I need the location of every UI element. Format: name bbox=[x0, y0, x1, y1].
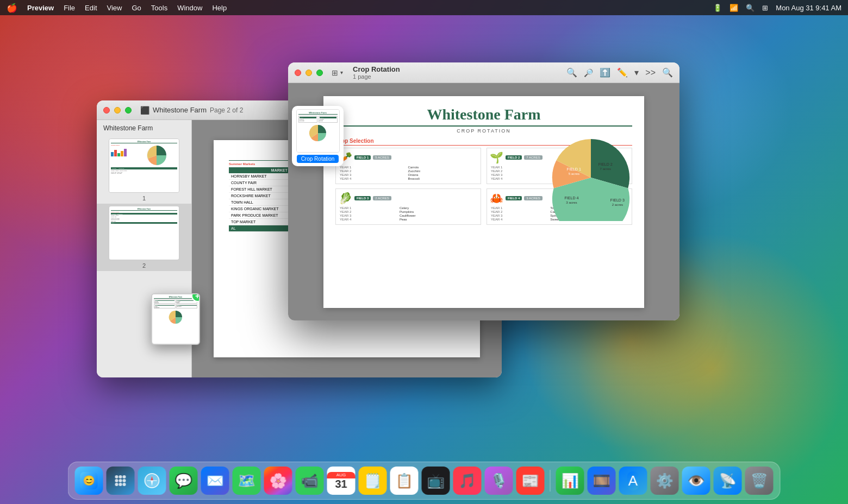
svg-point-5 bbox=[115, 475, 119, 478]
field3-header: 🥬 FIELD 3 2 ACRES bbox=[339, 192, 478, 205]
dragged-thumbnail[interactable]: + Whitestone Farm FIELD 1CarrotsZucchini… bbox=[151, 293, 200, 345]
field4-acres: 3 ACRES bbox=[524, 196, 542, 200]
menu-edit[interactable]: Edit bbox=[85, 4, 97, 12]
dock-appletv[interactable]: 📺 bbox=[422, 467, 450, 495]
chart-label-field4-acres: 3 acres bbox=[566, 200, 577, 204]
menubar: 🍎 Preview File Edit View Go Tools Window… bbox=[0, 0, 848, 15]
field1-header: 🥕 FIELD 1 5 ACRES bbox=[339, 151, 478, 164]
dock-calendar[interactable]: AUG 31 bbox=[327, 467, 356, 495]
page-thumbnail-2: Whitestone Farm Summer Markets MARKETPRO… bbox=[109, 206, 179, 260]
svg-point-6 bbox=[119, 475, 122, 478]
dock-preview[interactable]: 👁️ bbox=[682, 467, 710, 495]
dock-launchpad[interactable] bbox=[107, 467, 135, 495]
dock-settings[interactable]: ⚙️ bbox=[651, 467, 679, 495]
minimize-button-bg[interactable] bbox=[114, 107, 121, 114]
menubar-right: 🔋 📶 🔍 ⊞ Mon Aug 31 9:41 AM bbox=[713, 4, 841, 12]
sidebar-header: Whitestone Farm bbox=[97, 120, 191, 136]
sidebar-page-1[interactable]: Whitestone Farm Summer Markets bbox=[97, 136, 191, 204]
wifi-icon: 📶 bbox=[729, 4, 738, 12]
menubar-left: 🍎 Preview File Edit View Go Tools Window… bbox=[7, 3, 227, 13]
chart-label-field4: FIELD 4 bbox=[564, 196, 578, 200]
field1-table: YEAR 1Carrots YEAR 2Zucchini YEAR 3Onion… bbox=[339, 166, 478, 181]
dock-keynote[interactable]: 🎞️ bbox=[588, 467, 616, 495]
search-menubar-icon[interactable]: 🔍 bbox=[746, 4, 755, 12]
battery-icon: 🔋 bbox=[713, 4, 722, 12]
crop-window-title: Crop Rotation bbox=[353, 65, 400, 73]
chart-label-field3: FIELD 3 bbox=[610, 198, 625, 203]
zoom-in-icon[interactable]: 🔍 bbox=[566, 67, 577, 78]
clock: Mon Aug 31 9:41 AM bbox=[776, 4, 841, 12]
maximize-button-crop[interactable] bbox=[316, 70, 323, 76]
page-num-2: 2 bbox=[142, 262, 146, 269]
chart-label-field3-acres: 2 acres bbox=[612, 203, 623, 206]
sidebar-toggle-icon[interactable]: ⊞ bbox=[332, 68, 338, 77]
page-thumbnail-1: Whitestone Farm Summer Markets bbox=[109, 138, 179, 193]
dock-stickies[interactable]: 🗒️ bbox=[359, 467, 387, 495]
maximize-button-bg[interactable] bbox=[125, 107, 132, 114]
dock-music[interactable]: 🎵 bbox=[453, 467, 482, 495]
chart-label-field1-acres: 5 acres bbox=[569, 171, 579, 175]
crop-toolbar-right: 🔍 🔎 ⬆️ ✏️ ▾ >> 🔍 bbox=[566, 67, 673, 78]
svg-point-11 bbox=[115, 483, 119, 486]
chart-label-field2-acres: 7 acres bbox=[600, 166, 610, 170]
dock-divider bbox=[550, 470, 551, 492]
dock-facetime[interactable]: 📹 bbox=[296, 467, 324, 495]
chevron-down-icon[interactable]: ▾ bbox=[634, 67, 639, 78]
svg-point-8 bbox=[115, 479, 119, 482]
window-title-bg: Whitestone Farm bbox=[153, 106, 207, 114]
app-menu-preview[interactable]: Preview bbox=[27, 4, 54, 12]
dock-photos[interactable]: 🌸 bbox=[264, 467, 292, 495]
zoom-out-icon[interactable]: 🔎 bbox=[584, 68, 593, 77]
controlcenter-icon[interactable]: ⊞ bbox=[762, 4, 768, 12]
crop-label-small: Crop Rotation bbox=[297, 155, 339, 163]
minimize-button-crop[interactable] bbox=[305, 70, 312, 76]
crop-window-subtitle: 1 page bbox=[353, 73, 400, 80]
crop-thumb-small: Whitestone Farm FIELD 1CarrotsZucchini F… bbox=[296, 109, 340, 153]
dock-reminders[interactable]: 📋 bbox=[390, 467, 419, 495]
dock-appstore[interactable]: A bbox=[619, 467, 647, 495]
crop-titlebar: ⊞ ▾ Crop Rotation 1 page 🔍 🔎 ⬆️ ✏️ ▾ >> … bbox=[288, 62, 679, 83]
sidebar-page-2[interactable]: Whitestone Farm Summer Markets MARKETPRO… bbox=[97, 204, 191, 271]
close-button-crop[interactable] bbox=[295, 70, 301, 76]
share-icon[interactable]: ⬆️ bbox=[600, 67, 610, 78]
more-tools-icon[interactable]: >> bbox=[645, 68, 656, 78]
menu-go[interactable]: Go bbox=[132, 4, 141, 12]
dock-safari[interactable] bbox=[138, 467, 166, 495]
dock-airdrop[interactable]: 📡 bbox=[714, 467, 742, 495]
page-num-1: 1 bbox=[142, 195, 146, 201]
crop-content-area: Whitestone Farm CROP ROTATION Crop Selec… bbox=[288, 83, 679, 320]
safari-icon bbox=[144, 472, 160, 489]
field2-acres: 7 ACRES bbox=[524, 155, 542, 160]
drag-thumb-preview: Whitestone Farm FIELD 1CarrotsZucchini F… bbox=[152, 294, 199, 335]
crop-rotation-popup-small[interactable]: Whitestone Farm FIELD 1CarrotsZucchini F… bbox=[292, 106, 344, 166]
menu-tools[interactable]: Tools bbox=[151, 4, 167, 12]
field3-acres: 2 ACRES bbox=[373, 196, 391, 200]
crop-rotation-page: Whitestone Farm CROP ROTATION Crop Selec… bbox=[323, 96, 644, 308]
dock-news[interactable]: 📰 bbox=[516, 467, 545, 495]
apple-menu[interactable]: 🍎 bbox=[7, 3, 17, 13]
dock-podcasts[interactable]: 🎙️ bbox=[485, 467, 513, 495]
dock-finder[interactable]: 😊 bbox=[75, 467, 103, 495]
close-button-bg[interactable] bbox=[103, 107, 110, 114]
farm-subtitle: CROP ROTATION bbox=[335, 128, 632, 134]
window-title-area-bg: ⬛ Whitestone Farm Page 2 of 2 bbox=[140, 106, 243, 115]
pie-chart-svg: FIELD 2 7 acres FIELD 1 5 acres FIELD 3 … bbox=[547, 134, 634, 221]
crop-pie-chart: FIELD 2 7 acres FIELD 1 5 acres FIELD 3 … bbox=[547, 134, 634, 221]
dock-numbers[interactable]: 📊 bbox=[556, 467, 584, 495]
menu-help[interactable]: Help bbox=[212, 4, 227, 12]
dock-messages[interactable]: 💬 bbox=[170, 467, 198, 495]
menu-window[interactable]: Window bbox=[177, 4, 202, 12]
field1-acres: 5 ACRES bbox=[373, 155, 391, 160]
dock-maps[interactable]: 🗺️ bbox=[233, 467, 261, 495]
menu-view[interactable]: View bbox=[107, 4, 122, 12]
menu-file[interactable]: File bbox=[64, 4, 75, 12]
finder-icon: 😊 bbox=[80, 472, 98, 489]
markup-icon[interactable]: ✏️ bbox=[617, 67, 628, 78]
dock-trash[interactable]: 🗑️ bbox=[745, 467, 774, 495]
crop-title-area: Crop Rotation 1 page bbox=[353, 65, 400, 80]
dock-mail[interactable]: ✉️ bbox=[201, 467, 229, 495]
farm-title: Whitestone Farm bbox=[335, 106, 632, 127]
sidebar-toggle-chevron[interactable]: ▾ bbox=[340, 70, 343, 75]
crop-rotation-window: ⊞ ▾ Crop Rotation 1 page 🔍 🔎 ⬆️ ✏️ ▾ >> … bbox=[288, 62, 679, 320]
search-crop-icon[interactable]: 🔍 bbox=[662, 67, 673, 78]
